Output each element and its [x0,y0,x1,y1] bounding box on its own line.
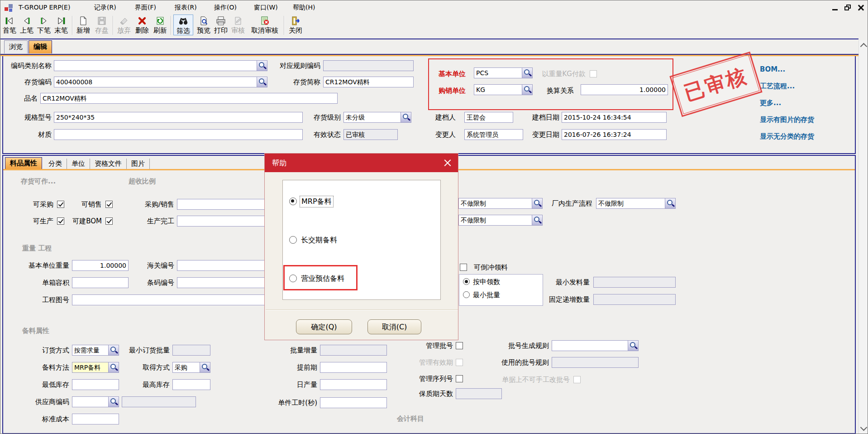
scroll-up-icon[interactable] [860,43,868,50]
ok-button[interactable]: 确定(Q) [296,319,352,334]
batch-increment-field[interactable] [320,345,387,356]
spec-field[interactable]: 250*240*35 [54,112,303,123]
acquire-mode-field[interactable]: 采购 [172,362,210,373]
lookup-icon[interactable] [532,198,542,208]
trade-unit-field[interactable]: KG [474,84,533,95]
level-field[interactable]: 未分级 [343,112,411,123]
material-field[interactable] [54,129,303,140]
toolbar-cancel-audit[interactable]: 取消审核 [248,14,282,34]
tab-item-attributes[interactable]: 料品属性 [5,157,42,169]
manage-serial-checkbox[interactable] [456,375,463,382]
menu-tgroup-erp[interactable]: T-GROUP ERP(E) [17,0,72,14]
lookup-icon[interactable] [522,68,532,78]
cancel-button[interactable]: 取消(C) [367,319,421,334]
menu-record[interactable]: 记录(R) [92,0,118,14]
can-bom-checkbox[interactable] [105,217,113,225]
menu-report[interactable]: 报表(R) [173,0,199,14]
lookup-icon[interactable] [522,85,532,95]
lookup-icon[interactable] [665,198,675,208]
base-weight-field[interactable]: 1.00000 [72,260,129,271]
toolbar-refresh[interactable]: 刷新 [152,14,169,34]
vertical-scrollbar[interactable] [858,40,868,434]
tab-qualification-files[interactable]: 资格文件 [90,159,127,169]
backflush-checkbox[interactable] [460,264,467,271]
limit-a-field[interactable]: 不做限制 [458,198,543,209]
toolbar-new[interactable]: 新增 [75,14,92,34]
order-mode-field[interactable]: 按需求量 [72,345,119,356]
help-dialog-titlebar[interactable]: 帮助 [265,154,458,172]
minimize-icon[interactable] [830,4,840,12]
code-category-field[interactable] [54,60,267,71]
dialog-close-icon[interactable] [443,159,452,167]
tab-units[interactable]: 单位 [67,159,90,169]
item-name-field[interactable]: CR12MOV精料 [40,93,338,104]
option-long-lead-radio[interactable] [289,236,297,244]
menu-window[interactable]: 窗口(W) [252,0,280,14]
fixed-increment-field[interactable] [593,294,676,305]
link-process-flow[interactable]: 工艺流程... [760,82,795,91]
can-produce-checkbox[interactable] [57,217,64,225]
toolbar-first-record[interactable]: 首笔 [1,14,18,34]
lookup-icon[interactable] [532,215,542,225]
link-bom[interactable]: BOM... [760,65,785,73]
std-cost-field[interactable] [72,414,119,424]
min-issue-field[interactable] [593,277,676,288]
daily-output-field[interactable] [320,379,387,390]
rule-code-field[interactable] [323,60,414,71]
link-show-unclassified[interactable]: 显示无分类的存货 [760,132,814,141]
tab-pictures[interactable]: 图片 [127,159,150,169]
supplier-field[interactable] [72,396,119,407]
item-code-field[interactable]: 400400008 [54,77,267,87]
menu-help[interactable]: 帮助(H) [291,0,317,14]
menu-operate[interactable]: 操作(O) [212,0,238,14]
tab-browse[interactable]: 浏览 [4,40,28,53]
unit-time-field[interactable] [320,397,387,408]
menu-interface[interactable]: 界面(F) [133,0,158,14]
lookup-icon[interactable] [108,345,119,355]
option-long-lead-label[interactable]: 长交期备料 [301,235,337,246]
lookup-icon[interactable] [401,112,411,122]
lookup-icon[interactable] [257,61,267,71]
toolbar-last-record[interactable]: 末笔 [53,14,69,34]
manage-expiry-checkbox[interactable] [456,359,463,366]
lookup-icon[interactable] [108,397,119,407]
toolbar-delete[interactable]: 删除 [134,14,151,34]
toolbar-close-form[interactable]: 关闭 [286,14,305,34]
issue-by-request-radio[interactable] [463,278,470,285]
toolbar-next-record[interactable]: 下笔 [36,14,52,34]
item-abbr-field[interactable]: CR12MOV精料 [323,77,414,87]
tab-edit[interactable]: 编辑 [29,40,52,53]
factory-flow-field[interactable]: 不做限制 [596,198,676,209]
toolbar-preview[interactable]: 预览 [195,14,212,34]
restore-icon[interactable] [843,4,853,12]
volume-field[interactable] [72,277,129,288]
lookup-icon[interactable] [108,362,119,372]
shelf-days-field[interactable] [456,388,502,399]
toolbar-filter[interactable]: 筛选 [173,14,193,35]
pay-by-kg-checkbox[interactable] [590,70,597,77]
toolbar-audit[interactable]: 审核 [229,14,247,34]
link-more[interactable]: 更多... [760,99,781,107]
can-sell-checkbox[interactable] [105,201,113,208]
option-mrp-radio[interactable] [289,198,297,205]
toolbar-print[interactable]: 打印 [213,14,229,34]
base-unit-field[interactable]: PCS [474,68,533,78]
toolbar-abandon[interactable]: 放弃 [115,14,133,34]
no-manual-batch-checkbox[interactable] [573,376,581,383]
lead-time-field[interactable] [320,362,387,373]
can-purchase-checkbox[interactable] [57,201,64,208]
limit-b-field[interactable]: 不做限制 [458,215,543,226]
tab-classification[interactable]: 分类 [44,159,67,169]
manage-batch-checkbox[interactable] [456,342,463,349]
lookup-icon[interactable] [200,362,210,372]
lookup-icon[interactable] [628,341,638,351]
max-stock-field[interactable] [172,379,210,390]
batch-rule-field[interactable] [552,340,639,351]
toolbar-prev-record[interactable]: 上笔 [19,14,35,34]
min-order-batch-field[interactable] [172,345,210,356]
scroll-down-icon[interactable] [860,424,868,431]
close-icon[interactable] [856,4,866,12]
conversion-field[interactable]: 1.00000 [581,84,668,95]
toolbar-save[interactable]: 存盘 [93,14,110,34]
prepare-method-field[interactable]: MRP备料 [72,362,119,373]
